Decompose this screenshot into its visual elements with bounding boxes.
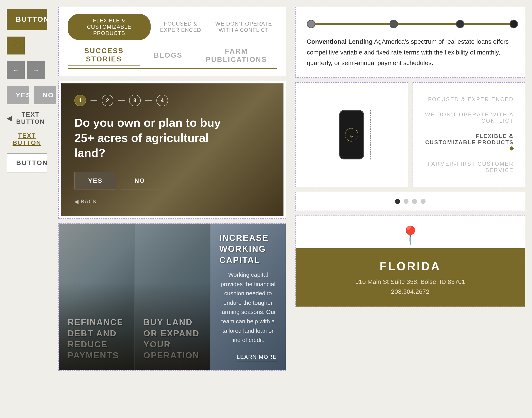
slider-thumb-4[interactable] <box>509 20 518 28</box>
step-1: 1 <box>74 95 86 106</box>
hero-section: REFINANCE DEBT AND REDUCE PAYMENTS BUY L… <box>58 223 286 371</box>
next-button[interactable]: → <box>27 61 45 79</box>
slider-track[interactable] <box>307 23 514 25</box>
tabs-nav-row: SUCCESS STORIES BLOGS FARM PUBLICATIONS <box>68 47 277 69</box>
middle-column: FLEXIBLE & CUSTOMIZABLE PRODUCTS FOCUSED… <box>54 4 291 373</box>
hero-panel-capital: INCREASE WORKING CAPITAL Working capital… <box>210 224 286 370</box>
outline-button[interactable]: BUTTON <box>7 153 47 173</box>
step-4: 4 <box>156 95 168 106</box>
mobile-frame: ⌄ <box>339 110 364 159</box>
feature-farmer-first: FARMER-FIRST CUSTOMER SERVICE <box>424 156 514 178</box>
location-card: FLORIDA 910 Main St Suite 358, Boise, ID… <box>295 248 525 307</box>
feature-conflict: WE DON'T OPERATE WITH A CONFLICT <box>424 107 514 128</box>
tabs-section: FLEXIBLE & CUSTOMIZABLE PRODUCTS FOCUSED… <box>58 7 286 76</box>
location-city: FLORIDA <box>305 259 516 273</box>
quiz-back-button[interactable]: ◀ BACK <box>74 198 97 205</box>
hero-panel-refinance: REFINANCE DEBT AND REDUCE PAYMENTS <box>59 224 134 370</box>
left-column: BUTTON → ← → YES NO ◀ TEXT BUTTON TEXT B… <box>4 4 54 373</box>
no-button[interactable]: NO <box>34 86 56 104</box>
hero-panel-buy: BUY LAND OR EXPAND YOUR OPERATION <box>134 224 210 370</box>
primary-button[interactable]: BUTTON <box>7 9 47 30</box>
hero-silhouette-1 <box>59 282 134 370</box>
quiz-content: 1 2 3 4 Do you own or plan to buy 25+ ac… <box>74 95 270 205</box>
back-icon: ◀ <box>7 115 12 122</box>
location-phone: 208.504.2672 <box>305 288 516 295</box>
step-2: 2 <box>102 95 113 106</box>
chevron-down-icon: ⌄ <box>345 128 358 141</box>
location-address: 910 Main St Suite 358, Boise, ID 83701 <box>305 278 516 285</box>
mobile-mockup-section: ⌄ <box>295 82 408 187</box>
quiz-question: Do you own or plan to buy 25+ acres of a… <box>74 115 231 161</box>
quiz-section: 1 2 3 4 Do you own or plan to buy 25+ ac… <box>58 81 286 219</box>
quiz-back-icon: ◀ <box>74 198 79 205</box>
yes-button[interactable]: YES <box>7 86 29 104</box>
slider-thumb-2[interactable] <box>389 20 398 28</box>
mobile-dashed-connector <box>370 110 371 159</box>
tabs-pills-row: FLEXIBLE & CUSTOMIZABLE PRODUCTS FOCUSED… <box>68 14 277 40</box>
slider-thumb-3[interactable] <box>456 20 464 28</box>
quiz-no-button[interactable]: NO <box>121 172 159 189</box>
learn-more-button[interactable]: LEARN MORE <box>237 354 277 361</box>
yes-no-group: YES NO <box>7 86 47 104</box>
dot-3[interactable] <box>412 199 417 204</box>
quiz-inner: 1 2 3 4 Do you own or plan to buy 25+ ac… <box>61 83 283 216</box>
hero-silhouette-2 <box>135 282 210 370</box>
quiz-buttons: YES NO <box>74 172 270 189</box>
step-line-2 <box>118 100 125 101</box>
back-text-button[interactable]: ◀ TEXT BUTTON <box>7 111 47 125</box>
feature-dot-icon <box>509 146 514 151</box>
prev-button[interactable]: ← <box>7 61 25 79</box>
slider-section: Conventional Lending AgAmerica's spectru… <box>295 7 525 78</box>
dot-2[interactable] <box>404 199 408 204</box>
step-3: 3 <box>129 95 141 106</box>
dot-1-active[interactable] <box>395 199 400 204</box>
tab-pill-flexible[interactable]: FLEXIBLE & CUSTOMIZABLE PRODUCTS <box>68 14 151 40</box>
feature-focused: FOCUSED & EXPERIENCED <box>424 92 514 107</box>
step-line-1 <box>91 100 97 101</box>
quiz-yes-button[interactable]: YES <box>74 172 116 189</box>
location-section: 📍 FLORIDA 910 Main St Suite 358, Boise, … <box>295 216 525 307</box>
dots-indicator-section <box>295 192 525 211</box>
mobile-wrapper: ⌄ <box>339 110 364 159</box>
step-indicators: 1 2 3 4 <box>74 95 270 106</box>
tab-farm-publications[interactable]: FARM PUBLICATIONS <box>196 47 277 66</box>
feature-list-section: FOCUSED & EXPERIENCED WE DON'T OPERATE W… <box>413 82 525 187</box>
slider-fill <box>307 23 514 25</box>
arrow-button[interactable]: → <box>7 36 25 55</box>
step-line-3 <box>145 100 152 101</box>
slider-thumb-1[interactable] <box>307 20 315 28</box>
bottom-right-grid: ⌄ FOCUSED & EXPERIENCED WE DON'T OPERATE… <box>295 82 525 187</box>
nav-button-group: ← → <box>7 61 47 79</box>
tab-focused[interactable]: FOCUSED & EXPERIENCED <box>157 21 204 33</box>
tab-success-stories[interactable]: SUCCESS STORIES <box>68 47 140 66</box>
tab-conflict[interactable]: WE DON'T OPERATE WITH A CONFLICT <box>211 21 277 33</box>
feature-flexible: FLEXIBLE & CUSTOMIZABLE PRODUCTS <box>424 128 514 156</box>
location-pin-icon: 📍 <box>399 225 421 246</box>
hero-body-capital: Working capital provides the financial c… <box>219 270 277 345</box>
tab-blogs[interactable]: BLOGS <box>154 47 183 66</box>
lending-description: Conventional Lending AgAmerica's spectru… <box>307 36 514 68</box>
location-pin-area: 📍 <box>295 216 525 248</box>
right-column: Conventional Lending AgAmerica's spectru… <box>291 4 528 373</box>
dot-4[interactable] <box>421 199 426 204</box>
hero-title-capital: INCREASE WORKING CAPITAL <box>219 232 277 266</box>
lending-bold-text: Conventional Lending <box>307 38 373 45</box>
plain-text-button[interactable]: TEXT BUTTON <box>7 132 47 146</box>
